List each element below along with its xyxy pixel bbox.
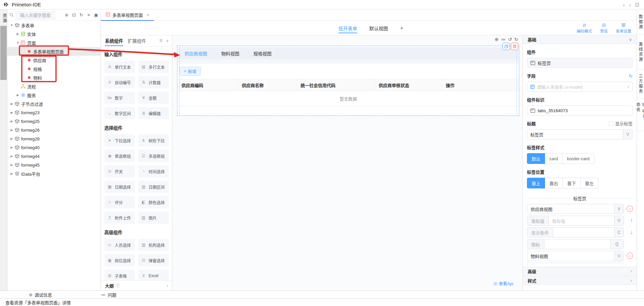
tree-item-实体[interactable]: ▶实体 xyxy=(7,30,101,38)
selected-tabs-component[interactable]: 供应商视图物料视图规格视图 + 新增 供应商编码供应商名称统一社会信用代码供应商… xyxy=(177,46,519,116)
variable-bind-button[interactable]: V xyxy=(623,130,632,139)
ai-search-icon[interactable]: ⊛ xyxy=(64,12,69,17)
palette-item-图片[interactable]: ▨图片 xyxy=(138,212,169,224)
show-label-checkbox[interactable] xyxy=(609,121,613,126)
tree-item-formeg23[interactable]: ▶formeg23 xyxy=(7,108,101,117)
bottom-item-调试信息[interactable]: ⊚调试信息 xyxy=(29,291,52,299)
palette-item-日期区间[interactable]: ▧日期区间 xyxy=(138,181,169,193)
seg-option-靠左[interactable]: 靠左 xyxy=(581,178,598,188)
collapse-all-icon[interactable]: ≡ xyxy=(86,12,91,17)
form-tab-供应商视图[interactable]: 供应商视图 xyxy=(184,50,207,57)
addon-input[interactable]: 角标值 xyxy=(549,216,614,225)
tree-item-规格[interactable]: 规格 xyxy=(7,64,101,73)
tree-item-供应商[interactable]: 供应商 xyxy=(7,56,101,64)
identifier-input[interactable]: tabs_35164073 xyxy=(527,105,633,116)
collapse-panel-icon[interactable]: ∨ xyxy=(166,39,169,43)
expander-icon[interactable]: ▶ xyxy=(15,32,20,36)
addon-input[interactable] xyxy=(544,239,610,249)
action-预览[interactable]: ◎预览 xyxy=(600,22,608,34)
palette-item-开关[interactable]: ⊙开关 xyxy=(104,165,135,177)
file-tab-active[interactable]: 多表单视图页面 × xyxy=(101,9,154,20)
datasource-globe-icon[interactable]: ⊕ xyxy=(495,37,499,42)
tree-item-formeg44[interactable]: ▶formeg44 xyxy=(7,152,101,161)
field-name-input[interactable]: 请输入字段名 (v-model) ∨ xyxy=(527,82,633,92)
palette-item-Excel[interactable]: XExcel xyxy=(138,270,169,280)
suffix-V-button[interactable]: V xyxy=(614,216,624,225)
expander-icon[interactable]: ▶ xyxy=(9,146,14,149)
palette-item-子表格[interactable]: ⊞子表格 xyxy=(104,270,135,280)
refresh-field-icon[interactable]: ↻ xyxy=(629,73,633,79)
palette-item-单行文本[interactable]: A单行文本 xyxy=(104,61,135,73)
add-view-tab-button[interactable]: + xyxy=(400,25,403,31)
tree-item-formeg45[interactable]: ▶formeg45 xyxy=(7,161,101,169)
palette-item-金额[interactable]: ¥金额 xyxy=(138,92,169,104)
delete-component-icon[interactable] xyxy=(511,43,518,50)
section-basic-header[interactable]: 基础 ∨ xyxy=(523,35,637,44)
locate-resource-icon[interactable]: ⊡ xyxy=(71,12,76,17)
seg-option-靠上[interactable]: 靠上 xyxy=(527,178,545,188)
tree-item-服务[interactable]: ▶服务 xyxy=(7,91,101,99)
palette-item-下拉选择[interactable]: ▾下拉选择 xyxy=(104,134,135,146)
section-advanced-header[interactable]: 高级 › xyxy=(523,267,637,275)
save-layout-icon[interactable]: ⊡ xyxy=(635,2,639,8)
icon-search-button[interactable]: Q xyxy=(610,239,624,249)
palette-item-数字[interactable]: №数字 xyxy=(104,92,135,104)
tab-page-图标-row[interactable]: 图标Q xyxy=(527,239,624,249)
refresh-tree-icon[interactable]: ↻ xyxy=(79,12,84,17)
suffix-V-button[interactable]: V xyxy=(614,251,624,261)
expander-icon[interactable]: ▼ xyxy=(15,41,20,44)
tree-item-多表单[interactable]: ▼多表单 xyxy=(7,21,101,30)
seg-option-默认[interactable]: 默认 xyxy=(527,153,545,164)
view-tab-默认视图[interactable]: 默认视图 xyxy=(369,21,388,35)
palette-item-单选框组[interactable]: ◉单选框组 xyxy=(104,150,135,162)
expander-icon[interactable]: ▶ xyxy=(9,163,14,167)
add-row-button[interactable]: + 新增 xyxy=(179,67,201,76)
search-input[interactable]: 输入关键字搜索 xyxy=(15,11,55,19)
action-编码模式[interactable]: ⧄编码模式 xyxy=(577,22,592,34)
palette-item-弹窗选择[interactable]: ⊡弹窗选择 xyxy=(138,254,169,266)
remove-tab-page-icon[interactable]: − xyxy=(627,206,633,212)
nav-back-icon[interactable]: ‹ xyxy=(623,2,625,8)
seg-option-border-card[interactable]: border-card xyxy=(562,153,594,164)
tab-page-name-input[interactable]: 物料视图 xyxy=(527,251,614,261)
tab-page-name-row[interactable]: 供应商视图V− xyxy=(527,204,624,214)
palette-item-岗位选择[interactable]: ▣岗位选择 xyxy=(104,254,135,266)
expander-icon[interactable]: ▶ xyxy=(15,93,20,97)
service-tab-离线资源[interactable]: 离线资源 xyxy=(637,35,644,70)
outline-footer[interactable]: 大纲 ⓘ › xyxy=(101,280,172,291)
tab-page-name-row[interactable]: 物料视图V− xyxy=(527,251,624,261)
view-tab-低开表单[interactable]: 低开表单 xyxy=(338,21,357,35)
tree-item-formeg28[interactable]: ▶formeg28 xyxy=(7,134,101,143)
action-表单设置[interactable]: ⊞表单设置 xyxy=(616,22,631,34)
tab-page-name-input[interactable]: 供应商视图 xyxy=(527,204,614,214)
title-input[interactable]: 标签页 V xyxy=(527,129,633,139)
switch-view-icon[interactable]: ▣ xyxy=(94,12,99,17)
palette-item-颜色选择[interactable]: ◧颜色选择 xyxy=(138,196,169,208)
palette-item-附件上传[interactable]: ↥附件上传 xyxy=(104,212,135,224)
section-style-header[interactable]: 样式 › xyxy=(523,276,637,285)
move-down-icon[interactable]: ↓ xyxy=(630,229,633,236)
form-tab-规格视图[interactable]: 规格视图 xyxy=(254,50,272,57)
tree-item-formeg40[interactable]: ▶formeg40 xyxy=(7,143,101,152)
addon-input[interactable] xyxy=(553,228,614,237)
suffix-V-button[interactable]: V xyxy=(614,204,624,214)
strip-scroll-thumb[interactable] xyxy=(0,26,7,80)
tree-item-formeg25[interactable]: ▶formeg25 xyxy=(7,117,101,126)
tab-page-row-clipped[interactable] xyxy=(527,263,624,265)
tab-page-角标值-row[interactable]: 角标值角标值V↑ xyxy=(527,216,624,226)
seg-option-靠下[interactable]: 靠下 xyxy=(563,178,581,188)
expander-icon[interactable]: ▼ xyxy=(9,24,14,27)
palette-item-多选框组[interactable]: ☑多选框组 xyxy=(138,150,169,162)
seg-option-card[interactable]: card xyxy=(545,153,562,164)
expander-icon[interactable]: ▶ xyxy=(9,111,14,114)
nav-forward-icon[interactable]: › xyxy=(629,2,631,8)
palette-item-多行文本[interactable]: ▤多行文本 xyxy=(138,61,169,73)
palette-item-人员选择[interactable]: ☺人员选择 xyxy=(104,239,135,251)
palette-item-自动编号[interactable]: #自动编号 xyxy=(104,76,135,88)
tab-page-显示条件-row[interactable]: 显示条件C↓ xyxy=(527,227,624,237)
tree-item-页面[interactable]: ▼页面 xyxy=(7,38,101,47)
palette-item-编辑器[interactable]: ≣编辑器 xyxy=(138,107,169,119)
view-api-link[interactable]: ◎ 查看Api xyxy=(493,280,513,287)
form-tab-物料视图[interactable]: 物料视图 xyxy=(221,50,239,57)
bottom-item-问题[interactable]: ≔问题 xyxy=(101,291,116,299)
